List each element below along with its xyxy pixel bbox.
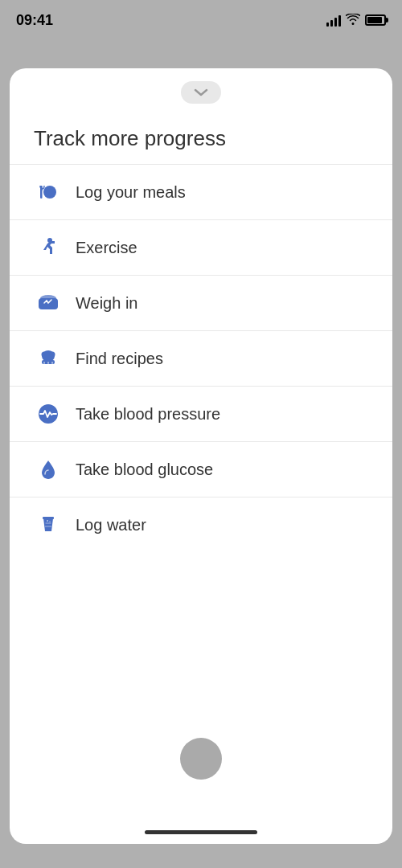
chef-icon [34, 344, 63, 373]
svg-rect-14 [43, 517, 54, 519]
status-time: 09:41 [16, 12, 53, 29]
meal-icon [34, 178, 63, 207]
svg-point-15 [47, 520, 48, 522]
menu-item-log-meals[interactable]: Log your meals [10, 164, 392, 219]
menu-item-log-water[interactable]: Log water [10, 497, 392, 552]
menu-label-blood-pressure: Take blood pressure [76, 405, 220, 424]
signal-icon [326, 14, 341, 27]
drag-handle-container[interactable] [10, 68, 392, 110]
svg-point-5 [40, 295, 56, 301]
svg-rect-12 [51, 362, 53, 364]
wifi-icon [346, 14, 360, 27]
glucose-icon [34, 455, 63, 484]
water-icon [34, 510, 63, 539]
menu-label-weigh-in: Weigh in [76, 294, 137, 313]
menu-label-log-meals: Log your meals [76, 183, 186, 202]
menu-item-exercise[interactable]: Exercise [10, 219, 392, 275]
menu-label-blood-glucose: Take blood glucose [76, 461, 213, 479]
svg-point-8 [50, 352, 55, 358]
main-card: Track more progress Log your meals [10, 68, 392, 844]
status-bar: 09:41 [0, 0, 402, 40]
menu-item-blood-glucose[interactable]: Take blood glucose [10, 441, 392, 497]
svg-point-16 [49, 521, 50, 522]
drag-handle[interactable] [181, 81, 221, 104]
menu-item-find-recipes[interactable]: Find recipes [10, 330, 392, 386]
svg-point-0 [43, 186, 56, 199]
menu-item-blood-pressure[interactable]: Take blood pressure [10, 386, 392, 441]
svg-point-7 [42, 352, 47, 358]
menu-label-exercise: Exercise [76, 239, 137, 257]
menu-label-log-water: Log water [76, 516, 146, 534]
scale-icon [34, 289, 63, 317]
heartbeat-icon [34, 399, 63, 428]
menu-label-find-recipes: Find recipes [76, 350, 163, 368]
exercise-icon [34, 233, 63, 262]
bottom-circle-button[interactable] [180, 738, 222, 780]
menu-item-weigh-in[interactable]: Weigh in [10, 275, 392, 330]
svg-rect-11 [47, 362, 49, 364]
menu-list: Log your meals Exercise We [10, 164, 392, 552]
status-icons [326, 14, 386, 27]
home-indicator [145, 830, 257, 834]
section-title: Track more progress [10, 110, 392, 164]
svg-rect-10 [43, 362, 45, 364]
battery-icon [365, 14, 386, 26]
